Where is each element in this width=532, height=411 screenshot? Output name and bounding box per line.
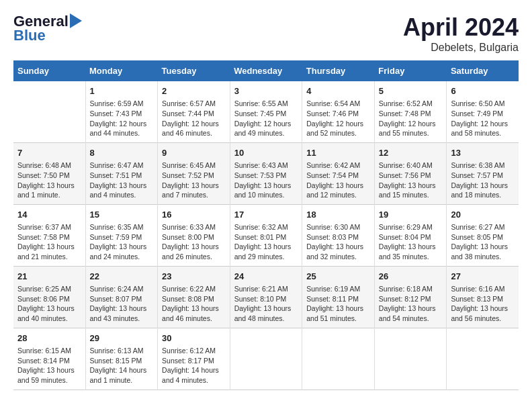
calendar-cell: 2Sunrise: 6:57 AM Sunset: 7:44 PM Daylig… (158, 81, 230, 142)
day-number: 28 (17, 332, 81, 345)
day-info: Sunrise: 6:38 AM Sunset: 7:57 PM Dayligh… (451, 161, 515, 200)
day-info: Sunrise: 6:45 AM Sunset: 7:52 PM Dayligh… (162, 161, 226, 200)
day-info: Sunrise: 6:16 AM Sunset: 8:13 PM Dayligh… (451, 284, 515, 324)
day-number: 9 (162, 147, 226, 159)
day-info: Sunrise: 6:29 AM Sunset: 8:04 PM Dayligh… (379, 222, 443, 262)
calendar-title: April 2024 (403, 13, 519, 42)
calendar-cell: 29Sunrise: 6:13 AM Sunset: 8:15 PM Dayli… (85, 328, 158, 390)
calendar-cell: 30Sunrise: 6:12 AM Sunset: 8:17 PM Dayli… (158, 328, 230, 390)
day-info: Sunrise: 6:12 AM Sunset: 8:17 PM Dayligh… (162, 346, 226, 385)
calendar-cell: 15Sunrise: 6:35 AM Sunset: 7:59 PM Dayli… (85, 204, 158, 266)
day-info: Sunrise: 6:37 AM Sunset: 7:58 PM Dayligh… (17, 222, 81, 262)
calendar-cell: 3Sunrise: 6:55 AM Sunset: 7:45 PM Daylig… (230, 81, 302, 142)
day-number: 12 (379, 147, 443, 159)
day-info: Sunrise: 6:24 AM Sunset: 8:07 PM Dayligh… (90, 284, 154, 324)
day-number: 13 (451, 147, 515, 159)
day-number: 3 (234, 85, 298, 97)
day-info: Sunrise: 6:27 AM Sunset: 8:05 PM Dayligh… (451, 222, 515, 262)
day-number: 4 (306, 85, 370, 97)
calendar-cell: 11Sunrise: 6:42 AM Sunset: 7:54 PM Dayli… (302, 142, 375, 204)
calendar-subtitle: Debelets, Bulgaria (403, 42, 519, 54)
calendar-cell: 23Sunrise: 6:22 AM Sunset: 8:08 PM Dayli… (158, 266, 230, 328)
calendar-cell: 24Sunrise: 6:21 AM Sunset: 8:10 PM Dayli… (230, 266, 302, 328)
calendar-week-row: 7Sunrise: 6:48 AM Sunset: 7:50 PM Daylig… (13, 142, 519, 204)
calendar-cell: 25Sunrise: 6:19 AM Sunset: 8:11 PM Dayli… (302, 266, 375, 328)
calendar-cell (302, 328, 375, 390)
calendar-week-row: 28Sunrise: 6:15 AM Sunset: 8:14 PM Dayli… (13, 328, 519, 390)
calendar-week-row: 21Sunrise: 6:25 AM Sunset: 8:06 PM Dayli… (13, 266, 519, 328)
day-number: 23 (162, 271, 226, 283)
day-number: 8 (90, 147, 154, 159)
day-info: Sunrise: 6:47 AM Sunset: 7:51 PM Dayligh… (90, 161, 154, 200)
day-info: Sunrise: 6:33 AM Sunset: 8:00 PM Dayligh… (162, 222, 226, 262)
calendar-cell: 19Sunrise: 6:29 AM Sunset: 8:04 PM Dayli… (374, 204, 447, 266)
day-info: Sunrise: 6:32 AM Sunset: 8:01 PM Dayligh… (234, 222, 298, 262)
day-number: 10 (234, 147, 298, 159)
calendar-week-row: 14Sunrise: 6:37 AM Sunset: 7:58 PM Dayli… (13, 204, 519, 266)
calendar-week-row: 1Sunrise: 6:59 AM Sunset: 7:43 PM Daylig… (13, 81, 519, 142)
calendar-cell: 28Sunrise: 6:15 AM Sunset: 8:14 PM Dayli… (13, 328, 85, 390)
day-info: Sunrise: 6:43 AM Sunset: 7:53 PM Dayligh… (234, 161, 298, 200)
day-info: Sunrise: 6:21 AM Sunset: 8:10 PM Dayligh… (234, 284, 298, 324)
day-number: 26 (379, 271, 443, 283)
calendar-table: SundayMondayTuesdayWednesdayThursdayFrid… (13, 60, 519, 390)
day-number: 24 (234, 271, 298, 283)
day-number: 21 (17, 271, 81, 283)
header-saturday: Saturday (447, 60, 519, 81)
day-info: Sunrise: 6:30 AM Sunset: 8:03 PM Dayligh… (306, 222, 370, 262)
calendar-header-row: SundayMondayTuesdayWednesdayThursdayFrid… (13, 60, 519, 81)
day-number: 17 (234, 209, 298, 221)
calendar-cell: 1Sunrise: 6:59 AM Sunset: 7:43 PM Daylig… (85, 81, 158, 142)
calendar-cell: 22Sunrise: 6:24 AM Sunset: 8:07 PM Dayli… (85, 266, 158, 328)
calendar-cell (13, 81, 85, 142)
header-wednesday: Wednesday (230, 60, 302, 81)
calendar-cell: 10Sunrise: 6:43 AM Sunset: 7:53 PM Dayli… (230, 142, 302, 204)
calendar-cell: 16Sunrise: 6:33 AM Sunset: 8:00 PM Dayli… (158, 204, 230, 266)
day-info: Sunrise: 6:18 AM Sunset: 8:12 PM Dayligh… (379, 284, 443, 324)
header-friday: Friday (374, 60, 447, 81)
day-number: 5 (379, 85, 443, 97)
title-section: April 2024 Debelets, Bulgaria (403, 13, 519, 54)
calendar-cell (447, 328, 519, 390)
day-info: Sunrise: 6:48 AM Sunset: 7:50 PM Dayligh… (17, 161, 81, 200)
day-info: Sunrise: 6:55 AM Sunset: 7:45 PM Dayligh… (234, 99, 298, 138)
day-number: 1 (90, 85, 154, 97)
calendar-cell: 13Sunrise: 6:38 AM Sunset: 7:57 PM Dayli… (447, 142, 519, 204)
calendar-cell (374, 328, 447, 390)
day-number: 15 (90, 209, 154, 221)
day-info: Sunrise: 6:15 AM Sunset: 8:14 PM Dayligh… (17, 346, 81, 385)
day-info: Sunrise: 6:35 AM Sunset: 7:59 PM Dayligh… (90, 222, 154, 262)
header-monday: Monday (85, 60, 158, 81)
calendar-cell: 18Sunrise: 6:30 AM Sunset: 8:03 PM Dayli… (302, 204, 375, 266)
page-header: General Blue April 2024 Debelets, Bulgar… (13, 13, 519, 54)
calendar-cell: 7Sunrise: 6:48 AM Sunset: 7:50 PM Daylig… (13, 142, 85, 204)
day-number: 2 (162, 85, 226, 97)
day-info: Sunrise: 6:22 AM Sunset: 8:08 PM Dayligh… (162, 284, 226, 324)
day-info: Sunrise: 6:25 AM Sunset: 8:06 PM Dayligh… (17, 284, 81, 324)
day-number: 16 (162, 209, 226, 221)
logo: General Blue (13, 13, 82, 44)
day-info: Sunrise: 6:40 AM Sunset: 7:56 PM Dayligh… (379, 161, 443, 200)
header-sunday: Sunday (13, 60, 85, 81)
calendar-cell (230, 328, 302, 390)
calendar-cell: 21Sunrise: 6:25 AM Sunset: 8:06 PM Dayli… (13, 266, 85, 328)
day-info: Sunrise: 6:13 AM Sunset: 8:15 PM Dayligh… (90, 346, 154, 385)
day-number: 11 (306, 147, 370, 159)
day-number: 19 (379, 209, 443, 221)
calendar-cell: 4Sunrise: 6:54 AM Sunset: 7:46 PM Daylig… (302, 81, 375, 142)
day-info: Sunrise: 6:59 AM Sunset: 7:43 PM Dayligh… (90, 99, 154, 138)
day-number: 6 (451, 85, 515, 97)
day-number: 30 (162, 332, 226, 345)
day-number: 18 (306, 209, 370, 221)
calendar-cell: 12Sunrise: 6:40 AM Sunset: 7:56 PM Dayli… (374, 142, 447, 204)
day-number: 29 (90, 332, 154, 345)
calendar-cell: 9Sunrise: 6:45 AM Sunset: 7:52 PM Daylig… (158, 142, 230, 204)
calendar-cell: 8Sunrise: 6:47 AM Sunset: 7:51 PM Daylig… (85, 142, 158, 204)
svg-marker-0 (70, 13, 82, 28)
day-info: Sunrise: 6:50 AM Sunset: 7:49 PM Dayligh… (451, 99, 515, 138)
calendar-cell: 20Sunrise: 6:27 AM Sunset: 8:05 PM Dayli… (447, 204, 519, 266)
logo-chevron-icon (70, 13, 82, 28)
day-info: Sunrise: 6:52 AM Sunset: 7:48 PM Dayligh… (379, 99, 443, 138)
calendar-cell: 6Sunrise: 6:50 AM Sunset: 7:49 PM Daylig… (447, 81, 519, 142)
logo-blue: Blue (13, 27, 82, 44)
